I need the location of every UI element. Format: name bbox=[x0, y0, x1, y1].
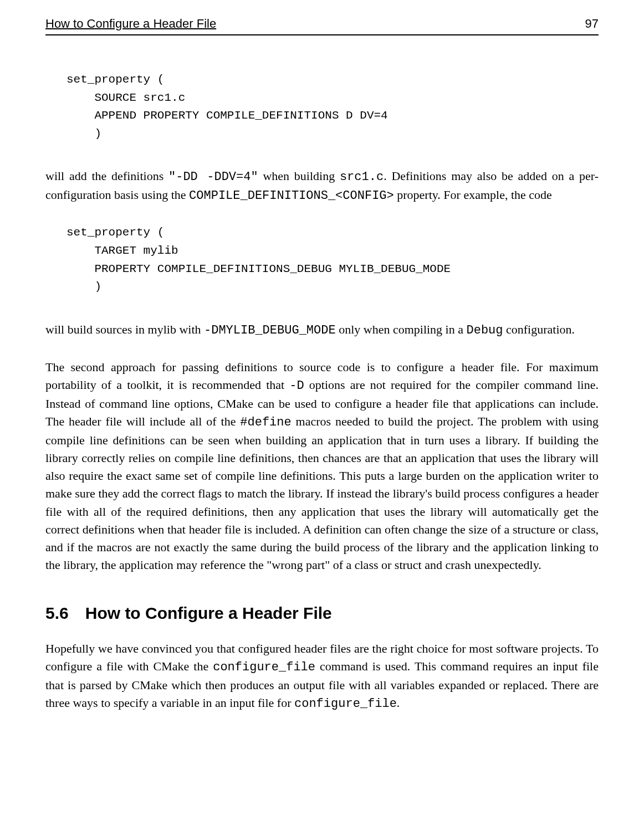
running-title: How to Configure a Header File bbox=[45, 14, 216, 33]
code-line: PROPERTY COMPILE_DEFINITIONS_DEBUG MYLIB… bbox=[67, 263, 451, 275]
text: configuration. bbox=[503, 322, 575, 336]
running-header: How to Configure a Header File 97 bbox=[45, 14, 599, 35]
paragraph-2: will build sources in mylib with -DMYLIB… bbox=[45, 321, 599, 340]
page-number: 97 bbox=[585, 14, 599, 33]
section-heading: 5.6How to Configure a Header File bbox=[45, 601, 599, 625]
inline-code: configure_file bbox=[294, 697, 397, 711]
code-line: APPEND PROPERTY COMPILE_DEFINITIONS D DV… bbox=[67, 109, 388, 122]
text: macros needed to build the project. The … bbox=[45, 414, 599, 572]
text: will add the definitions bbox=[45, 169, 168, 183]
text: . bbox=[397, 696, 400, 710]
paragraph-4: Hopefully we have convinced you that con… bbox=[45, 640, 599, 713]
inline-code: Debug bbox=[467, 324, 503, 337]
text: property. For example, the code bbox=[394, 188, 552, 202]
text: when building bbox=[258, 169, 340, 183]
paragraph-1: will add the definitions "-DD -DDV=4" wh… bbox=[45, 167, 599, 205]
page: How to Configure a Header File 97 set_pr… bbox=[0, 0, 644, 831]
section-number: 5.6 bbox=[45, 604, 69, 622]
code-line: ) bbox=[67, 280, 101, 293]
inline-code: COMPILE_DEFINITIONS_<CONFIG> bbox=[189, 189, 394, 203]
section-title: How to Configure a Header File bbox=[85, 604, 332, 622]
inline-code: -D bbox=[289, 379, 304, 393]
code-block-1: set_property ( SOURCE src1.c APPEND PROP… bbox=[67, 71, 599, 143]
inline-code: #define bbox=[240, 416, 291, 429]
inline-code: -DMYLIB_DEBUG_MODE bbox=[204, 324, 336, 337]
code-line: SOURCE src1.c bbox=[67, 91, 185, 104]
inline-code: src1.c bbox=[340, 170, 384, 184]
inline-code: configure_file bbox=[213, 660, 315, 674]
code-line: ) bbox=[67, 127, 101, 140]
text: will build sources in mylib with bbox=[45, 322, 204, 336]
paragraph-3: The second approach for passing definiti… bbox=[45, 358, 599, 574]
code-line: set_property ( bbox=[67, 73, 164, 86]
code-line: TARGET mylib bbox=[67, 244, 178, 257]
inline-code: "-DD -DDV=4" bbox=[168, 170, 258, 184]
code-block-2: set_property ( TARGET mylib PROPERTY COM… bbox=[67, 224, 599, 296]
text: only when compiling in a bbox=[336, 322, 467, 336]
code-line: set_property ( bbox=[67, 226, 164, 239]
